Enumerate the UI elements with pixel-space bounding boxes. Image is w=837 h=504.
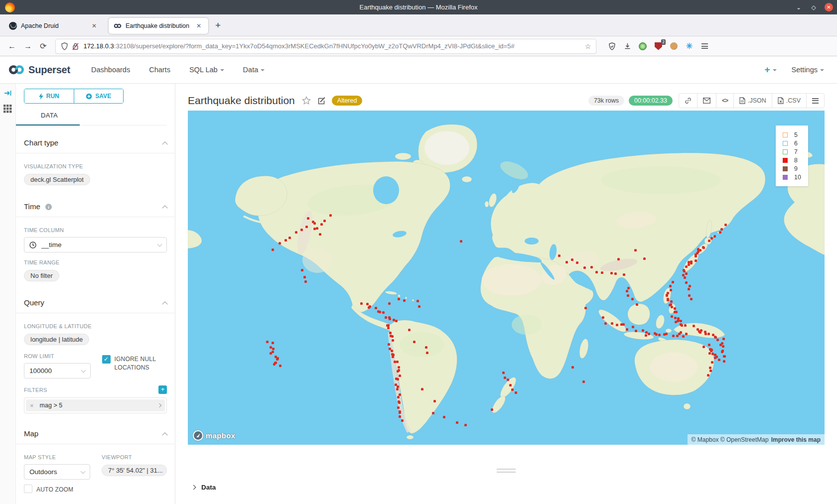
chart-menu-button[interactable] <box>806 93 825 108</box>
nav-charts[interactable]: Charts <box>149 66 170 74</box>
ublock-icon[interactable]: 2 <box>654 42 663 51</box>
deckgl-map[interactable]: 5678910 mapbox © Mapbox © OpenStreetMap … <box>188 111 825 445</box>
extension-green-icon[interactable] <box>638 42 647 51</box>
earthquake-point <box>398 298 400 300</box>
attribution-text[interactable]: © Mapbox © OpenStreetMap <box>692 436 769 443</box>
mapbox-icon <box>193 430 203 441</box>
bookmark-star-icon[interactable]: ☆ <box>585 42 591 50</box>
earthquake-point <box>387 327 390 329</box>
embed-code-button[interactable]: <> <box>716 93 734 108</box>
share-link-button[interactable] <box>679 93 698 108</box>
run-button[interactable]: RUN <box>24 89 74 103</box>
code-icon: <> <box>722 97 728 104</box>
earthquake-point <box>272 342 274 344</box>
legend-item-10[interactable]: 10 <box>783 173 801 181</box>
close-icon[interactable]: ✕ <box>825 3 833 11</box>
minimize-icon[interactable]: ⌄ <box>795 4 803 11</box>
nav-dashboards[interactable]: Dashboards <box>91 66 130 74</box>
insecure-lock-icon[interactable] <box>72 42 79 50</box>
legend-swatch <box>783 175 788 180</box>
time-range-label: TIME RANGE <box>24 259 167 265</box>
time-column-select[interactable]: __time <box>24 237 167 252</box>
collapse-panel-icon[interactable] <box>4 90 12 97</box>
section-map: Map MAP STYLE Outdoors AUTO ZOOM <box>24 429 167 494</box>
edit-properties-icon[interactable] <box>318 97 326 105</box>
cookie-extension-icon[interactable] <box>669 42 678 51</box>
superset-logo[interactable]: Superset <box>8 64 70 76</box>
extension-asterisk-icon[interactable]: ✳ <box>685 42 694 51</box>
tab-apache-druid[interactable]: Apache Druid ✕ <box>4 18 104 34</box>
earthquake-point <box>623 273 625 276</box>
new-item-button[interactable]: + <box>764 64 776 75</box>
viewport-value[interactable]: 7° 35' 54.02" | 31... <box>102 465 167 476</box>
earthquake-point <box>685 265 688 268</box>
resize-handle[interactable] <box>497 469 516 475</box>
earthquake-point <box>391 350 393 352</box>
map-legend[interactable]: 5678910 <box>776 126 808 186</box>
section-header-chart-type[interactable]: Chart type <box>16 138 175 153</box>
time-range-value[interactable]: No filter <box>24 270 59 281</box>
viz-type-value[interactable]: deck.gl Scatterplot <box>24 174 90 185</box>
tab-close-icon[interactable]: ✕ <box>194 21 203 30</box>
reload-icon[interactable]: ⟳ <box>40 41 46 51</box>
earthquake-point <box>677 319 680 322</box>
altered-badge[interactable]: Altered <box>332 96 363 106</box>
earthquake-point <box>683 270 686 272</box>
export-json-button[interactable]: .JSON <box>733 93 772 108</box>
remove-filter-icon[interactable]: × <box>30 402 34 409</box>
legend-item-7[interactable]: 7 <box>783 147 801 156</box>
map-style-select[interactable]: Outdoors <box>24 464 90 480</box>
earthquake-point <box>642 329 644 332</box>
pocket-shield-icon[interactable] <box>607 42 616 51</box>
tracking-shield-icon[interactable] <box>61 42 68 50</box>
back-icon[interactable]: ← <box>8 42 16 51</box>
earthquake-point <box>392 339 394 342</box>
legend-item-9[interactable]: 9 <box>783 164 801 173</box>
chevron-up-icon <box>162 205 167 211</box>
settings-menu[interactable]: Settings <box>792 66 824 74</box>
tab-earthquake-distribution[interactable]: Earthquake distribution ✕ <box>109 18 208 34</box>
nav-sql-lab[interactable]: SQL Lab <box>189 66 224 74</box>
add-filter-button[interactable]: + <box>158 385 167 394</box>
tab-strip: Apache Druid ✕ Earthquake distribution ✕… <box>0 14 837 36</box>
export-csv-button[interactable]: .CSV <box>772 93 807 108</box>
envelope-icon <box>703 98 710 104</box>
lonlat-value[interactable]: longitude | latitude <box>24 334 89 345</box>
chevron-right-icon[interactable] <box>157 403 161 407</box>
legend-swatch <box>783 158 788 163</box>
earthquake-point <box>666 294 668 297</box>
forward-icon[interactable]: → <box>24 42 32 51</box>
menu-icon[interactable] <box>700 42 709 51</box>
earthquake-point <box>399 415 401 418</box>
legend-item-5[interactable]: 5 <box>783 130 801 139</box>
earthquake-point <box>396 361 399 363</box>
data-collapse-row[interactable]: Data <box>192 484 216 491</box>
earthquake-point <box>670 300 673 303</box>
section-header-query[interactable]: Query <box>16 298 175 313</box>
legend-item-6[interactable]: 6 <box>783 139 801 147</box>
earthquake-point <box>443 416 445 418</box>
auto-zoom-checkbox[interactable] <box>24 485 32 493</box>
datasource-grid-icon[interactable] <box>3 105 12 113</box>
url-input[interactable]: 172.18.0.3 :32108/superset/explore/?form… <box>55 39 596 54</box>
filter-chip[interactable]: × mag > 5 <box>26 399 165 411</box>
earthquake-point <box>626 328 628 331</box>
earthquake-point <box>614 272 617 275</box>
improve-map-link[interactable]: Improve this map <box>771 436 821 443</box>
ignore-null-checkbox[interactable]: ✓ <box>102 355 111 364</box>
section-header-time[interactable]: Time i <box>16 202 175 217</box>
legend-item-8[interactable]: 8 <box>783 156 801 164</box>
nav-data[interactable]: Data <box>243 66 265 74</box>
tab-close-icon[interactable]: ✕ <box>90 21 99 30</box>
row-limit-select[interactable]: 100000 <box>24 363 91 378</box>
maximize-icon[interactable]: ◇ <box>810 4 818 11</box>
mapbox-logo[interactable]: mapbox <box>193 430 235 441</box>
section-header-map[interactable]: Map <box>16 429 175 444</box>
new-tab-button[interactable]: + <box>215 20 221 30</box>
downloads-icon[interactable] <box>623 42 632 51</box>
earthquake-point <box>684 324 687 327</box>
favorite-star-icon[interactable] <box>302 96 311 105</box>
tab-data[interactable]: DATA <box>41 112 58 119</box>
save-button[interactable]: SAVE <box>74 89 124 103</box>
email-button[interactable] <box>697 93 716 108</box>
